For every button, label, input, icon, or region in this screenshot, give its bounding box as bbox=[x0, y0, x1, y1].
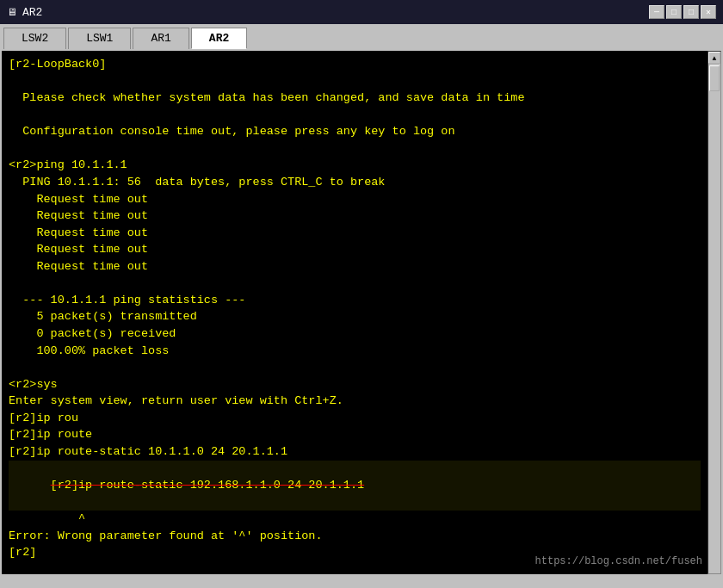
terminal-line-3: Please check whether system data has bee… bbox=[9, 90, 701, 107]
tab-ar1[interactable]: AR1 bbox=[133, 28, 188, 49]
terminal-line-6 bbox=[9, 140, 701, 158]
terminal-line-5: Configuration console time out, please p… bbox=[9, 123, 701, 140]
maximize-button[interactable]: □ bbox=[683, 5, 699, 19]
terminal-line-16: 5 packet(s) transmitted bbox=[9, 308, 701, 325]
terminal-line-9: Request time out bbox=[9, 191, 701, 208]
terminal-line-22: [r2]ip rou bbox=[9, 410, 701, 427]
terminal-line-1: [r2-LoopBack0] bbox=[9, 56, 701, 73]
scroll-up-arrow[interactable]: ▲ bbox=[708, 52, 720, 64]
terminal-line-18: 100.00% packet loss bbox=[9, 343, 701, 360]
tab-lsw2[interactable]: LSW2 bbox=[3, 28, 66, 49]
scroll-thumb[interactable] bbox=[709, 65, 720, 91]
terminal-line-11: Request time out bbox=[9, 225, 701, 242]
terminal-wrapper: [r2-LoopBack0] Please check whether syst… bbox=[0, 49, 723, 576]
terminal-line-24: [r2]ip route-static 10.1.1.0 24 20.1.1.1 bbox=[9, 443, 701, 461]
terminal-line-12: Request time out bbox=[9, 241, 701, 258]
restore-button[interactable]: □ bbox=[666, 5, 682, 19]
terminal-line-8: PING 10.1.1.1: 56 data bytes, press CTRL… bbox=[9, 174, 701, 191]
app-title: AR2 bbox=[22, 6, 42, 19]
terminal-line-2 bbox=[9, 73, 701, 90]
terminal-line-14 bbox=[9, 275, 701, 292]
app-icon: 🖥 bbox=[7, 6, 17, 19]
terminal-line-7: <r2>ping 10.1.1.1 bbox=[9, 157, 701, 174]
tab-lsw1[interactable]: LSW1 bbox=[68, 28, 131, 49]
terminal-line-21: Enter system view, return user view with… bbox=[9, 393, 701, 410]
terminal-line-27: Error: Wrong parameter found at '^' posi… bbox=[9, 528, 701, 545]
tab-ar2[interactable]: AR2 bbox=[191, 28, 247, 49]
terminal-line-23: [r2]ip route bbox=[9, 426, 701, 443]
tab-bar: LSW2 LSW1 AR1 AR2 bbox=[0, 24, 723, 49]
watermark: https://blog.csdn.net/fuseh bbox=[535, 554, 702, 569]
terminal-line-4 bbox=[9, 107, 701, 124]
terminal-line-25: [r2]ip route-static 192.168.1.1.0 24 20.… bbox=[9, 461, 701, 511]
terminal-line-20: <r2>sys bbox=[9, 376, 701, 393]
terminal-line-19 bbox=[9, 359, 701, 376]
terminal-line-15: --- 10.1.1.1 ping statistics --- bbox=[9, 292, 701, 309]
scrollbar[interactable]: ▲ bbox=[708, 51, 721, 574]
close-button[interactable]: ✕ bbox=[701, 5, 716, 19]
title-bar: 🖥 AR2 ─ □ □ ✕ bbox=[0, 0, 723, 24]
terminal-line-26: ^ bbox=[9, 511, 701, 528]
terminal-line-13: Request time out bbox=[9, 258, 701, 275]
terminal-line-10: Request time out bbox=[9, 207, 701, 225]
minimize-button[interactable]: ─ bbox=[649, 5, 664, 19]
terminal-line-17: 0 packet(s) received bbox=[9, 325, 701, 343]
terminal[interactable]: [r2-LoopBack0] Please check whether syst… bbox=[2, 51, 708, 574]
